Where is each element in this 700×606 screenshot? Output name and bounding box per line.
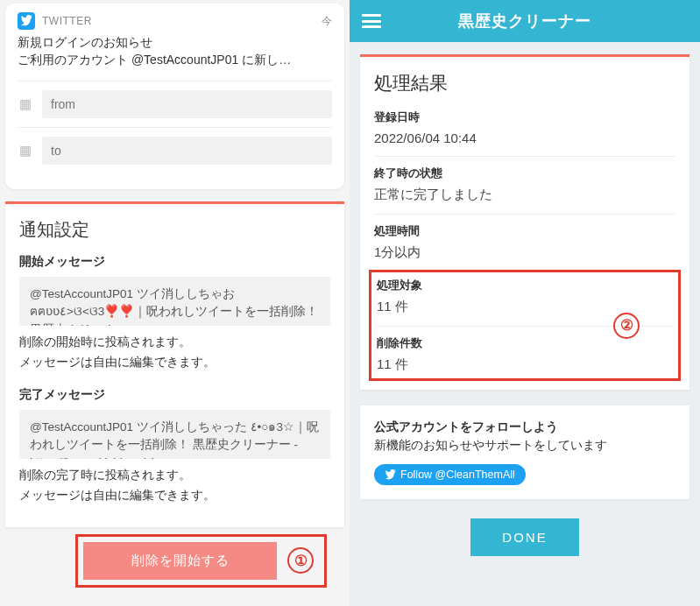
end-state-value: 正常に完了しました [374, 187, 675, 215]
date-to-input[interactable] [42, 137, 332, 165]
follow-button-label: Follow @CleanThemAll [400, 469, 515, 481]
date-from-input[interactable] [42, 90, 332, 118]
callout-1: ① [287, 547, 314, 574]
app-title: 黒歴史クリーナー [362, 11, 688, 32]
result-heading: 処理結果 [374, 71, 675, 95]
notification-app-name: TWITTER [42, 15, 315, 27]
follow-subtext: 新機能のお知らせやサポートをしています [374, 438, 675, 454]
right-screenshot: 黒歴史クリーナー 処理結果 登録日時 2022/06/04 10:44 終了時の… [350, 0, 700, 606]
start-message-help: 削除の開始時に投稿されます。 メッセージは自由に編集できます。 [19, 333, 330, 373]
duration-label: 処理時間 [374, 223, 675, 239]
left-screenshot: TWITTER 今 新規ログインのお知らせ ご利用のアカウント @TestAcc… [0, 0, 350, 606]
done-message-label: 完了メッセージ [19, 387, 330, 403]
target-count-label: 処理対象 [377, 278, 673, 293]
start-button-highlight: 削除を開始する ① [75, 534, 327, 588]
notification-time: 今 [322, 14, 332, 29]
done-message-textarea[interactable]: @TestAccountJP01 ツイ消ししちゃった ٤•○๑3☆｜呪われしツイ… [19, 410, 330, 459]
date-to-row: ▦ [18, 127, 332, 173]
start-message-textarea[interactable]: @TestAccountJP01 ツイ消ししちゃお ฅฅʋʋ٤>ଓ<ଓ3❣️❣️… [19, 277, 330, 326]
follow-heading: 公式アカウントをフォローしよう [374, 419, 675, 435]
registered-at-label: 登録日時 [374, 109, 675, 125]
done-button[interactable]: DONE [470, 518, 578, 556]
settings-heading: 通知設定 [19, 218, 330, 242]
deleted-count-value: 11 件 [377, 356, 673, 377]
follow-card: 公式アカウントをフォローしよう 新機能のお知らせやサポートをしています Foll… [360, 405, 689, 499]
registered-at-value: 2022/06/04 10:44 [374, 130, 675, 157]
twitter-icon [385, 469, 396, 481]
callout-2: ② [613, 313, 640, 339]
result-card: 処理結果 登録日時 2022/06/04 10:44 終了時の状態 正常に完了し… [360, 54, 689, 390]
end-state-label: 終了時の状態 [374, 166, 675, 181]
date-from-row: ▦ [18, 81, 332, 127]
notification-settings-card: 通知設定 開始メッセージ @TestAccountJP01 ツイ消ししちゃお ฅ… [5, 201, 344, 527]
start-message-label: 開始メッセージ [19, 254, 330, 270]
notification-card: TWITTER 今 新規ログインのお知らせ ご利用のアカウント @TestAcc… [5, 4, 344, 189]
follow-button[interactable]: Follow @CleanThemAll [374, 464, 526, 485]
duration-value: 1分以内 [374, 244, 675, 266]
calendar-icon: ▦ [18, 96, 33, 112]
notification-title: 新規ログインのお知らせ [18, 35, 332, 51]
done-message-help: 削除の完了時に投稿されます。 メッセージは自由に編集できます。 [19, 466, 330, 506]
start-delete-button[interactable]: 削除を開始する [83, 542, 277, 580]
notification-body: ご利用のアカウント @TestAccountJP01 に新し… [18, 53, 332, 68]
notification-header: TWITTER 今 [18, 12, 332, 30]
twitter-icon [18, 12, 35, 30]
app-header: 黒歴史クリーナー [350, 0, 700, 42]
result-highlight-box: 処理対象 11 件 削除件数 11 件 ② [369, 270, 681, 381]
calendar-icon: ▦ [18, 143, 33, 159]
